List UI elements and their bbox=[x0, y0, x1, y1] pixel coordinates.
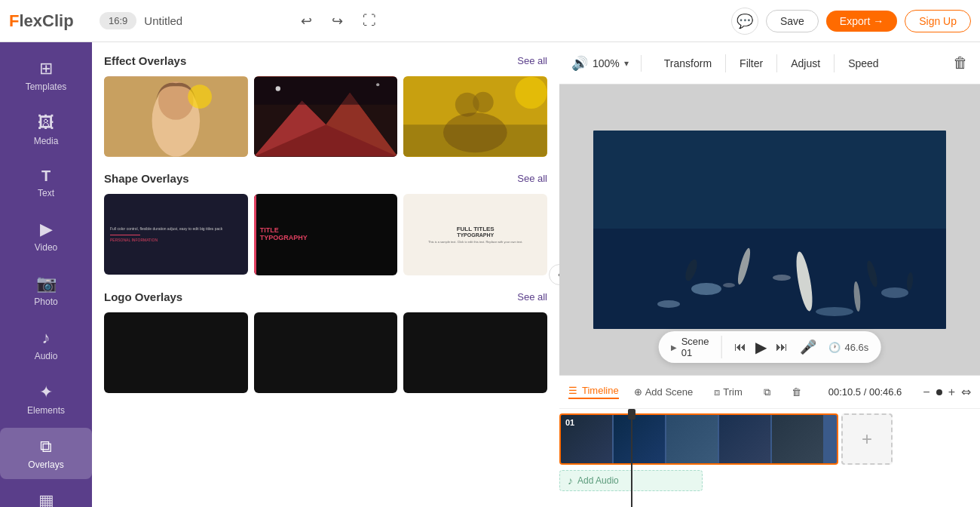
logo-overlay-thumb-1[interactable] bbox=[104, 312, 248, 393]
topbar: F lexClip 16:9 ↩ ↪ ⛶ 💬 Save Export → Sig… bbox=[0, 0, 980, 42]
add-scene-label: Add Scene bbox=[645, 386, 694, 398]
sidebar-item-audio[interactable]: ♪ Audio bbox=[0, 319, 92, 370]
video-clip-1[interactable]: 01 bbox=[559, 413, 838, 465]
clock-icon: 🕐 bbox=[828, 342, 841, 353]
transform-button[interactable]: Transform bbox=[654, 53, 722, 74]
logo-overlays-see-all[interactable]: See all bbox=[517, 291, 547, 303]
save-button[interactable]: Save bbox=[766, 10, 819, 32]
zoom-in-button[interactable]: + bbox=[948, 386, 955, 399]
sidebar-label-audio: Audio bbox=[35, 351, 58, 361]
shape-thumb-3-content: FULL TITLES TYPOGRAPHY This is a sample … bbox=[403, 194, 547, 275]
shape-overlays-title: Shape Overlays bbox=[104, 172, 189, 185]
skip-forward-button[interactable]: ⏭ bbox=[776, 340, 788, 354]
skip-back-button[interactable]: ⏮ bbox=[734, 340, 746, 354]
logo-overlays-grid bbox=[104, 312, 547, 393]
undo-button[interactable]: ↩ bbox=[295, 10, 318, 32]
shape-overlay-thumb-1[interactable]: Full color control, flexible duration ad… bbox=[104, 194, 248, 275]
clip-frame-4 bbox=[719, 415, 770, 463]
sidebar-item-overlays[interactable]: ⧉ Overlays bbox=[0, 428, 92, 479]
svg-point-15 bbox=[443, 112, 507, 152]
timeline-tab[interactable]: ☰ Timeline bbox=[568, 385, 619, 399]
chat-icon[interactable]: 💬 bbox=[731, 8, 758, 35]
scene-name: Scene 01 bbox=[681, 336, 709, 358]
trim-action[interactable]: ⧈ Trim bbox=[708, 383, 749, 401]
sidebar-item-templates[interactable]: ⊞ Templates bbox=[0, 50, 92, 101]
svg-point-14 bbox=[473, 92, 494, 113]
logo-rest: lexClip bbox=[19, 11, 73, 31]
shape-overlay-thumb-2[interactable]: TITLETYPOGRAPHY bbox=[254, 194, 398, 275]
project-title-input[interactable] bbox=[144, 14, 287, 27]
shape-overlay-thumb-3[interactable]: FULL TITLES TYPOGRAPHY This is a sample … bbox=[403, 194, 547, 275]
effect-overlay-thumb-1[interactable] bbox=[104, 76, 248, 157]
adjust-button[interactable]: Adjust bbox=[780, 53, 831, 74]
sidebar-item-text[interactable]: T Text bbox=[0, 158, 92, 207]
microphone-button[interactable]: 🎤 bbox=[800, 339, 816, 355]
svg-point-24 bbox=[816, 307, 853, 316]
toolbar-divider-1 bbox=[725, 54, 726, 72]
signup-button[interactable]: Sign Up bbox=[905, 10, 971, 32]
panel-collapse-button[interactable]: ‹ bbox=[549, 264, 559, 285]
app-logo: F lexClip bbox=[9, 11, 100, 31]
shape-overlays-see-all[interactable]: See all bbox=[517, 173, 547, 184]
play-button[interactable]: ▶ bbox=[755, 338, 767, 356]
zoom-indicator bbox=[936, 389, 942, 395]
svg-point-28 bbox=[723, 283, 735, 287]
video-scene-svg bbox=[593, 131, 946, 329]
effect-overlays-header: Effect Overlays See all bbox=[104, 54, 547, 67]
sidebar-item-elements[interactable]: ✦ Elements bbox=[0, 373, 92, 425]
logo-overlays-header: Logo Overlays See all bbox=[104, 290, 547, 303]
timeline-time: 00:10.5 / 00:46.6 bbox=[828, 386, 902, 398]
delete-button[interactable]: 🗑 bbox=[953, 54, 968, 72]
duration-display: 🕐 46.6s bbox=[828, 342, 869, 353]
clip-number: 01 bbox=[565, 418, 574, 427]
logo-overlay-thumb-2[interactable] bbox=[254, 312, 398, 393]
sidebar-label-overlays: Overlays bbox=[28, 459, 63, 470]
photo-icon: 📷 bbox=[36, 274, 57, 293]
effect-overlays-see-all[interactable]: See all bbox=[517, 55, 547, 66]
shape-thumb-2-title: TITLETYPOGRAPHY bbox=[260, 227, 308, 242]
sidebar-label-video: Video bbox=[35, 242, 57, 253]
clip-frame-5 bbox=[772, 415, 823, 463]
clip-frame-2 bbox=[614, 415, 665, 463]
effect-overlay-thumb-3[interactable] bbox=[403, 76, 547, 157]
video-preview bbox=[593, 131, 946, 329]
svg-point-25 bbox=[657, 300, 680, 308]
shape-overlays-grid: Full color control, flexible duration ad… bbox=[104, 194, 547, 275]
zoom-out-button[interactable]: − bbox=[923, 386, 929, 399]
filter-button[interactable]: Filter bbox=[729, 53, 773, 74]
speed-button[interactable]: Speed bbox=[838, 53, 889, 74]
topbar-center: 16:9 ↩ ↪ ⛶ bbox=[100, 10, 731, 32]
logo-overlay-thumb-3[interactable] bbox=[403, 312, 547, 393]
playhead-handle[interactable] bbox=[628, 409, 635, 419]
svg-point-3 bbox=[188, 84, 212, 109]
aspect-ratio-badge[interactable]: 16:9 bbox=[100, 12, 136, 29]
sidebar-item-bkground[interactable]: ▦ BKground bbox=[0, 482, 92, 507]
volume-percentage: 100% bbox=[593, 57, 620, 69]
playback-buttons: ⏮ ▶ ⏭ bbox=[734, 338, 788, 356]
add-scene-action[interactable]: ⊕ Add Scene bbox=[628, 383, 700, 401]
toolbar-divider-3 bbox=[834, 54, 835, 72]
timeline-zoom: − + ⇔ bbox=[923, 385, 971, 399]
effect-overlay-thumb-2[interactable] bbox=[254, 76, 398, 157]
delete-clip-action[interactable]: 🗑 bbox=[786, 383, 807, 401]
volume-dropdown-icon[interactable]: ▾ bbox=[624, 58, 629, 69]
fullscreen-button[interactable]: ⛶ bbox=[357, 10, 382, 32]
duplicate-action[interactable]: ⧉ bbox=[758, 383, 776, 401]
shape-overlays-header: Shape Overlays See all bbox=[104, 172, 547, 185]
redo-button[interactable]: ↪ bbox=[326, 10, 349, 32]
sidebar-item-media[interactable]: 🖼 Media bbox=[0, 104, 92, 155]
add-scene-button[interactable]: + bbox=[841, 413, 893, 465]
volume-area: 🔊 100% ▾ bbox=[571, 55, 642, 72]
sidebar-label-photo: Photo bbox=[34, 297, 57, 307]
add-audio-label: Add Audio bbox=[577, 475, 619, 486]
right-area: 🔊 100% ▾ Transform Filter Adjust Speed 🗑 bbox=[559, 42, 980, 507]
sidebar-item-photo[interactable]: 📷 Photo bbox=[0, 265, 92, 316]
main-layout: ⊞ Templates 🖼 Media T Text ▶ Video 📷 Pho… bbox=[0, 42, 980, 507]
svg-point-27 bbox=[773, 275, 791, 281]
export-button[interactable]: Export → bbox=[826, 11, 897, 32]
fit-button[interactable]: ⇔ bbox=[961, 385, 971, 399]
sidebar-label-elements: Elements bbox=[27, 405, 65, 416]
video-track: 01 + bbox=[559, 413, 980, 465]
scene-play-icon: ▶ bbox=[671, 343, 677, 352]
sidebar-item-video[interactable]: ▶ Video bbox=[0, 210, 92, 262]
